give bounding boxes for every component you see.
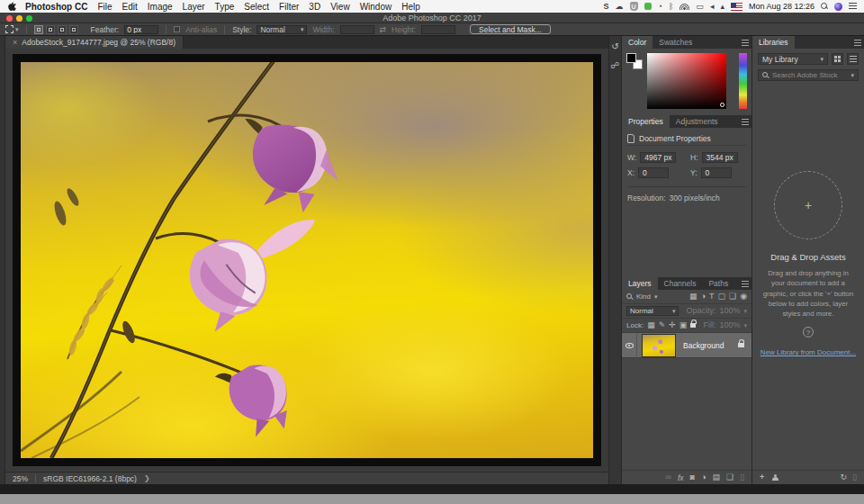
menu-filter[interactable]: Filter xyxy=(279,2,299,12)
filter-smart-objects-icon[interactable]: ❏ xyxy=(729,292,736,301)
lock-all-icon[interactable] xyxy=(690,323,696,328)
help-icon[interactable]: ? xyxy=(803,327,814,338)
filter-toggle-icon[interactable]: ◉ xyxy=(740,292,747,301)
tab-libraries[interactable]: Libraries xyxy=(752,36,795,49)
background-lock-icon[interactable] xyxy=(738,343,744,347)
display-icon[interactable]: ▭ xyxy=(696,3,704,11)
link-layers-icon[interactable]: ∞ xyxy=(666,473,671,482)
status-s-icon[interactable]: S xyxy=(604,3,609,11)
layer-style-icon[interactable]: fx xyxy=(678,473,684,482)
new-library-link[interactable]: New Library from Document... xyxy=(760,348,856,356)
menu-help[interactable]: Help xyxy=(401,2,420,12)
hue-slider[interactable] xyxy=(739,53,747,109)
status-options-icon[interactable]: ❯ xyxy=(144,474,150,482)
menu-select[interactable]: Select xyxy=(244,2,269,12)
tab-paths[interactable]: Paths xyxy=(702,277,734,290)
menu-image[interactable]: Image xyxy=(148,2,173,12)
intersect-selection-button[interactable] xyxy=(69,25,78,34)
spotlight-search-icon[interactable] xyxy=(821,3,828,10)
lock-artboard-icon[interactable]: ▣ xyxy=(680,321,688,329)
sync-icon[interactable]: ↻ xyxy=(841,473,848,482)
siri-icon[interactable] xyxy=(834,3,842,11)
lock-pixels-icon[interactable]: ✎ xyxy=(659,321,666,329)
tab-properties[interactable]: Properties xyxy=(622,115,670,128)
cloud-icon[interactable]: ☁ xyxy=(616,3,624,11)
height-input[interactable] xyxy=(421,25,455,34)
filter-adjustment-layers-icon[interactable]: ◑ xyxy=(701,292,706,301)
width-value[interactable]: 4967 px xyxy=(640,152,676,163)
close-tab-icon[interactable]: × xyxy=(13,38,17,47)
add-selection-button[interactable] xyxy=(46,25,55,34)
list-view-button[interactable] xyxy=(847,53,859,65)
adjustment-layer-icon[interactable]: ◑ xyxy=(701,473,706,482)
swap-dimensions-icon[interactable]: ⇄ xyxy=(380,25,387,34)
new-layer-icon[interactable]: ❏ xyxy=(726,473,734,482)
green-status-icon[interactable] xyxy=(644,3,652,10)
up-arrow-icon[interactable]: ▴ xyxy=(720,3,724,11)
filter-type-layers-icon[interactable]: T xyxy=(709,292,715,301)
fill-value[interactable]: 100% xyxy=(719,321,740,329)
panel-menu-icon[interactable] xyxy=(742,40,749,46)
menu-edit[interactable]: Edit xyxy=(122,2,138,12)
layer-mask-icon[interactable]: ◙ xyxy=(690,473,695,482)
y-value[interactable]: 0 xyxy=(701,167,732,178)
menu-view[interactable]: View xyxy=(330,2,350,12)
foreground-background-swatches[interactable] xyxy=(626,53,643,69)
canvas-photo[interactable] xyxy=(21,62,593,458)
width-input[interactable] xyxy=(340,25,374,34)
tab-color[interactable]: Color xyxy=(622,36,652,49)
notification-center-icon[interactable] xyxy=(849,3,857,10)
library-select[interactable]: My Library ▾ xyxy=(758,53,828,65)
tab-adjustments[interactable]: Adjustments xyxy=(670,115,724,128)
menu-window[interactable]: Window xyxy=(360,2,392,12)
library-search-field[interactable]: Search Adobe Stock ▾ xyxy=(758,69,859,81)
tab-channels[interactable]: Channels xyxy=(658,277,703,290)
kind-filter-select[interactable]: Kind xyxy=(636,292,651,301)
volume-icon[interactable]: ◂ xyxy=(710,3,715,11)
blend-mode-select[interactable]: Normal ▾ xyxy=(626,306,679,316)
collaborate-icon[interactable] xyxy=(771,474,778,482)
wifi-icon[interactable] xyxy=(680,3,689,10)
panel-menu-icon[interactable] xyxy=(742,119,749,125)
layer-row-background[interactable]: Background xyxy=(622,333,752,358)
apple-icon[interactable] xyxy=(7,2,16,12)
grid-view-button[interactable] xyxy=(832,53,843,65)
lock-transparency-icon[interactable]: ▦ xyxy=(647,321,655,329)
style-select[interactable]: Normal ▾ xyxy=(256,25,307,34)
color-marker[interactable] xyxy=(720,103,724,107)
new-group-icon[interactable]: ▤ xyxy=(712,473,720,482)
foreground-color-swatch[interactable] xyxy=(626,53,636,63)
add-content-icon[interactable]: + xyxy=(760,473,764,482)
feather-input[interactable] xyxy=(124,25,158,34)
delete-layer-icon[interactable]: ▯ xyxy=(740,473,744,482)
zoom-level[interactable]: 25% xyxy=(13,474,28,483)
filter-pixel-layers-icon[interactable]: ▦ xyxy=(689,292,698,301)
menu-clock[interactable]: Mon Aug 28 12:26 xyxy=(749,2,814,11)
shield-icon[interactable]: U xyxy=(630,2,638,11)
subtract-selection-button[interactable] xyxy=(58,25,67,34)
filter-shape-layers-icon[interactable]: ▢ xyxy=(718,292,726,301)
new-selection-button[interactable] xyxy=(34,25,43,34)
history-panel-icon[interactable]: ↺ xyxy=(611,41,618,51)
height-value[interactable]: 3544 px xyxy=(702,152,738,163)
delete-library-item-icon[interactable]: ▯ xyxy=(852,473,857,482)
anti-alias-checkbox[interactable] xyxy=(174,26,180,32)
menu-layer[interactable]: Layer xyxy=(183,2,205,12)
opacity-value[interactable]: 100% xyxy=(719,307,740,315)
resolution-value[interactable]: 300 pixels/inch xyxy=(670,194,720,202)
linked-panel-icon[interactable]: ☍ xyxy=(610,60,619,70)
document-tab[interactable]: × AdobeStock_91744777.jpeg @ 25% (RGB/8) xyxy=(5,36,184,49)
select-and-mask-button[interactable]: Select and Mask... xyxy=(470,24,551,34)
saturation-brightness-field[interactable] xyxy=(647,53,726,109)
menu-file[interactable]: File xyxy=(97,2,112,12)
lock-position-icon[interactable]: ✛ xyxy=(669,321,676,329)
marquee-tool-preset[interactable]: ▾ xyxy=(5,25,19,33)
menu-3d[interactable]: 3D xyxy=(309,2,320,12)
x-value[interactable]: 0 xyxy=(638,167,669,178)
layer-visibility-cell[interactable] xyxy=(622,333,637,358)
tab-layers[interactable]: Layers xyxy=(622,277,658,290)
panel-menu-icon[interactable] xyxy=(854,40,861,46)
menu-photoshop[interactable]: Photoshop CC xyxy=(25,2,87,12)
canvas-pasteboard[interactable] xyxy=(5,49,608,472)
input-language-flag-icon[interactable] xyxy=(731,3,742,11)
